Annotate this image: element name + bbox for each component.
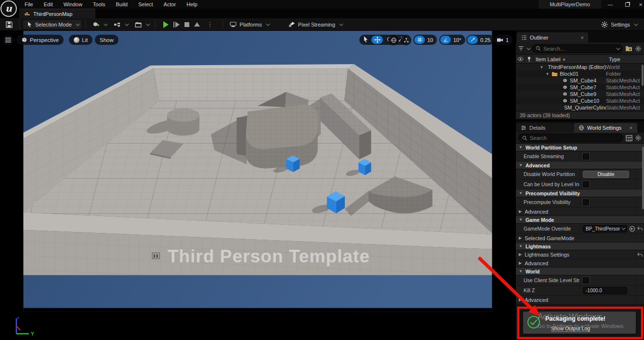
sort-asc-icon: ▲ <box>562 57 565 61</box>
menu-item-actor[interactable]: Actor <box>158 0 182 8</box>
row-selected-gamemode[interactable]: ▶Selected GameMode <box>516 234 644 243</box>
outliner-row[interactable]: SM_Cube10StaticMeshAct <box>516 97 644 104</box>
outliner-settings-gear-icon[interactable] <box>635 45 642 52</box>
skip-button[interactable] <box>173 22 180 27</box>
outliner-scrollbar[interactable] <box>642 65 644 86</box>
property-kill-z: Kill Z-1000.0 <box>516 286 644 296</box>
category-lightmass[interactable]: ▼Lightmass <box>516 243 644 250</box>
blueprints-dropdown[interactable] <box>110 19 131 30</box>
viewport-3d-scene[interactable]: Third Person Template <box>0 31 515 340</box>
expander-icon[interactable]: ▼ <box>539 65 544 69</box>
row-advanced[interactable]: ▶Advanced <box>516 296 644 304</box>
minimize-button[interactable]: — <box>604 0 617 9</box>
select-tool-button[interactable] <box>361 36 370 43</box>
eject-button[interactable] <box>194 22 200 27</box>
menu-item-select[interactable]: Select <box>133 0 158 8</box>
perspective-dropdown[interactable]: Perspective <box>16 35 64 45</box>
restore-button[interactable] <box>620 0 634 9</box>
create-folder-icon[interactable] <box>625 45 632 52</box>
close-icon[interactable]: × <box>581 35 584 41</box>
item-label-column-header[interactable]: Item Label ▲ <box>533 56 606 62</box>
menu-item-build[interactable]: Build <box>111 0 133 8</box>
surface-snapping-button[interactable] <box>401 35 411 45</box>
chevron-down-icon[interactable] <box>526 46 530 50</box>
category-world[interactable]: ▼World <box>516 268 644 275</box>
menu-item-edit[interactable]: Edit <box>39 0 58 8</box>
outliner-row[interactable]: ▼Block01Folder <box>516 70 644 77</box>
show-output-log-link[interactable]: Show Output Log <box>551 326 590 332</box>
rotation-snap-control[interactable]: 10° <box>439 35 465 45</box>
add-actor-dropdown[interactable] <box>89 19 110 30</box>
outliner-row[interactable]: SM_QuarterCylinder3StaticMeshAct <box>516 104 644 111</box>
tab-world-settings[interactable]: World Settings × <box>574 123 637 133</box>
packaging-toast[interactable]: Packaging complete! Show Output Log <box>523 312 636 334</box>
move-tool-button[interactable] <box>371 36 383 44</box>
browse-asset-icon[interactable] <box>629 226 635 232</box>
row-advanced[interactable]: ▶Advanced <box>516 207 644 216</box>
world-local-toggle[interactable] <box>388 35 399 45</box>
outliner-row[interactable]: SM_Cube7StaticMeshAct <box>516 84 644 91</box>
checkbox-use-client-side-level-streami[interactable] <box>583 277 589 284</box>
filter-icon[interactable] <box>518 46 525 52</box>
outliner-row[interactable]: ▼ThirdPersonMap (Editor)World <box>516 64 644 70</box>
collapse-icon: ▼ <box>519 191 523 195</box>
row-lightmass-settings[interactable]: ▶Lightmass Settings <box>516 250 644 259</box>
unreal-logo[interactable]: u <box>0 0 17 17</box>
close-icon[interactable]: × <box>630 125 632 131</box>
category-game-mode[interactable]: ▼Game Mode <box>516 216 644 224</box>
display-options-icon[interactable] <box>626 135 632 141</box>
checkbox-can-be-used-by-level-instance[interactable] <box>583 181 589 188</box>
axis-z-label: z <box>17 315 19 320</box>
type-column-header[interactable]: Type <box>606 56 644 62</box>
transport-options-button[interactable]: ⋮ <box>207 21 213 28</box>
dropdown-gamemode-override[interactable]: BP_ThirdPersonGa <box>583 225 627 232</box>
grid-snap-control[interactable]: 10 <box>413 35 437 45</box>
outliner-row[interactable]: SM_Cube9StaticMeshAct <box>516 91 644 97</box>
category-world-partition-setup[interactable]: ▼World Partition Setup <box>516 144 644 151</box>
menu-item-tools[interactable]: Tools <box>88 0 111 8</box>
visibility-column-header[interactable] <box>516 57 525 61</box>
selection-mode-dropdown[interactable]: Selection Mode <box>23 19 82 29</box>
reset-to-default-icon[interactable] <box>637 226 643 231</box>
svg-text:Third Person Template: Third Person Template <box>168 246 370 266</box>
settings-gear-icon[interactable] <box>635 135 642 141</box>
settings-scrollbar[interactable] <box>642 147 644 209</box>
category-precomputed-visibility[interactable]: ▼Precomputed Visibility <box>516 190 644 197</box>
stop-button[interactable] <box>184 22 189 27</box>
menu-item-file[interactable]: File <box>19 0 39 8</box>
play-button[interactable] <box>163 21 169 28</box>
disable-button[interactable]: Disable <box>583 171 629 178</box>
category-advanced[interactable]: ▼Advanced <box>516 162 644 169</box>
lit-mode-dropdown[interactable]: Lit <box>69 35 92 45</box>
save-button[interactable] <box>2 19 16 30</box>
outliner-search-input[interactable]: Search... <box>532 44 623 53</box>
menu-item-window[interactable]: Window <box>58 0 88 8</box>
property-precompute-visibility: Precompute Visibility <box>516 197 644 207</box>
cinematics-dropdown[interactable] <box>131 19 152 30</box>
viewport-3d[interactable]: Third Person Template Perspective Lit Sh… <box>0 31 515 340</box>
expand-icon: ▶ <box>519 298 522 302</box>
menu-item-help[interactable]: Help <box>181 0 203 8</box>
checkbox-precompute-visibility[interactable] <box>583 199 589 205</box>
tab-details[interactable]: Details <box>516 123 573 133</box>
field-kill-z[interactable]: -1000.0 <box>583 287 627 294</box>
pin-column-header[interactable] <box>525 56 533 62</box>
settings-dropdown[interactable]: Settings <box>597 19 640 30</box>
viewport-options-button[interactable] <box>3 35 13 45</box>
platforms-dropdown[interactable]: Platforms <box>226 19 272 30</box>
tab-outliner[interactable]: Outliner × <box>517 32 588 42</box>
reset-to-default-icon[interactable] <box>637 252 643 257</box>
pixel-streaming-dropdown[interactable]: Pixel Streaming <box>285 19 345 30</box>
show-dropdown[interactable]: Show <box>95 35 118 45</box>
tab-thirdpersonmap[interactable]: ThirdPersonMap <box>19 9 95 18</box>
checkbox-enable-streaming[interactable] <box>583 153 589 160</box>
row-advanced[interactable]: ▶Advanced <box>516 259 644 268</box>
property-disable-world-partition: Disable World PartitionDisable <box>516 169 644 179</box>
settings-search-input[interactable]: Search <box>518 134 623 142</box>
expander-icon[interactable]: ▼ <box>545 72 550 76</box>
close-button[interactable]: × <box>634 0 644 9</box>
outliner-row[interactable]: SM_Cube4StaticMeshAct <box>516 77 644 84</box>
scale-snap-control[interactable]: 0.25 <box>466 35 494 45</box>
hamburger-icon <box>5 38 11 42</box>
camera-speed-control[interactable]: 1 <box>494 35 513 45</box>
